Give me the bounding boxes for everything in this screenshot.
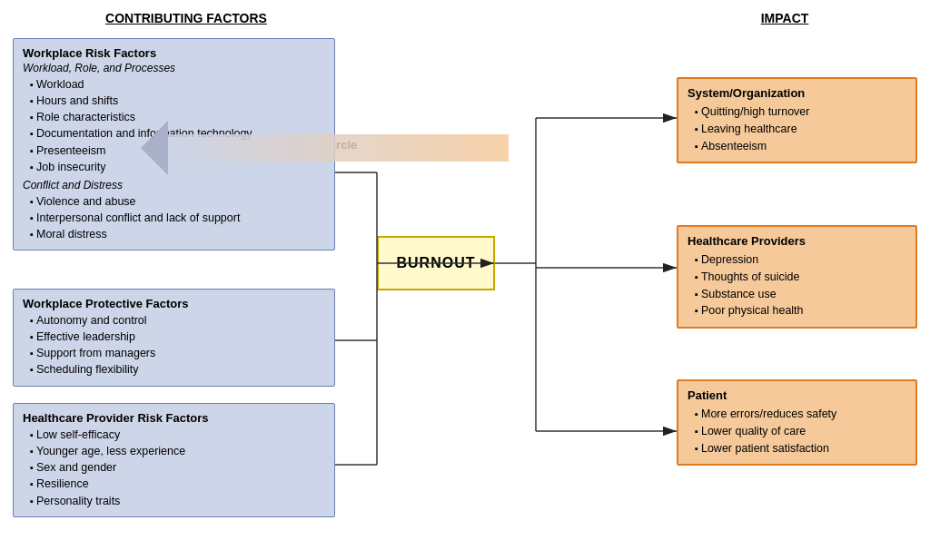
list-item: Moral distress	[30, 226, 325, 242]
list-item: Role characteristics	[30, 109, 325, 125]
patient-list: More errors/reduces safety Lower quality…	[688, 406, 906, 457]
conflict-list: Violence and abuse Interpersonal conflic…	[23, 193, 325, 242]
list-item: Violence and abuse	[30, 193, 325, 210]
list-item: Interpersonal conflict and lack of suppo…	[30, 210, 325, 226]
list-item: Lower patient satisfaction	[695, 440, 906, 457]
list-item: Resilience	[30, 476, 325, 492]
system-org-box: System/Organization Quitting/high turnov…	[677, 77, 917, 163]
list-item: Effective leadership	[30, 329, 325, 345]
list-item: Documentation and information technology	[30, 125, 325, 142]
conflict-subtitle: Conflict and Distress	[23, 179, 325, 192]
healthcare-providers-title: Healthcare Providers	[688, 234, 906, 248]
list-item: Leaving healthcare	[695, 121, 906, 138]
list-item: Thoughts of suicide	[695, 269, 906, 286]
list-item: Workload	[30, 76, 325, 93]
workplace-risk-box: Workplace Risk Factors Workload, Role, a…	[13, 38, 335, 251]
list-item: Absenteeism	[695, 138, 906, 155]
list-item: Lower quality of care	[695, 423, 906, 440]
healthcare-providers-box: Healthcare Providers Depression Thoughts…	[677, 225, 917, 329]
burnout-box: BURNOUT	[377, 236, 495, 290]
list-item: Autonomy and control	[30, 312, 325, 329]
workplace-risk-title: Workplace Risk Factors	[23, 46, 325, 60]
list-item: Sex and gender	[30, 459, 325, 476]
list-item: Younger age, less experience	[30, 443, 325, 459]
list-item: Low self-efficacy	[30, 427, 325, 443]
healthcare-provider-risk-title: Healthcare Provider Risk Factors	[23, 411, 325, 425]
list-item: Job insecurity	[30, 159, 325, 175]
contributing-factors-header: CONTRIBUTING FACTORS	[18, 11, 354, 25]
list-item: Support from managers	[30, 345, 325, 361]
system-org-title: System/Organization	[688, 86, 906, 100]
healthcare-providers-list: Depression Thoughts of suicide Substance…	[688, 251, 906, 319]
list-item: Scheduling flexibility	[30, 361, 325, 378]
healthcare-provider-risk-box: Healthcare Provider Risk Factors Low sel…	[13, 403, 335, 517]
list-item: More errors/reduces safety	[695, 406, 906, 423]
provider-risk-list: Low self-efficacy Younger age, less expe…	[23, 427, 325, 509]
workload-list: Workload Hours and shifts Role character…	[23, 76, 325, 175]
list-item: Substance use	[695, 286, 906, 303]
protective-list: Autonomy and control Effective leadershi…	[23, 312, 325, 378]
list-item: Quitting/high turnover	[695, 103, 906, 121]
workplace-protective-title: Workplace Protective Factors	[23, 297, 325, 310]
system-org-list: Quitting/high turnover Leaving healthcar…	[688, 103, 906, 154]
patient-box: Patient More errors/reduces safety Lower…	[677, 379, 917, 466]
workload-subtitle: Workload, Role, and Processes	[23, 62, 325, 74]
diagram-container: CONTRIBUTING FACTORS IMPACT Positive fee…	[0, 0, 930, 560]
list-item: Presenteeism	[30, 142, 325, 159]
workplace-protective-box: Workplace Protective Factors Autonomy an…	[13, 289, 335, 387]
impact-header: IMPACT	[658, 11, 912, 25]
list-item: Poor physical health	[695, 302, 906, 319]
patient-title: Patient	[688, 388, 906, 402]
list-item: Depression	[695, 251, 906, 269]
list-item: Hours and shifts	[30, 93, 325, 109]
list-item: Personality traits	[30, 493, 325, 509]
